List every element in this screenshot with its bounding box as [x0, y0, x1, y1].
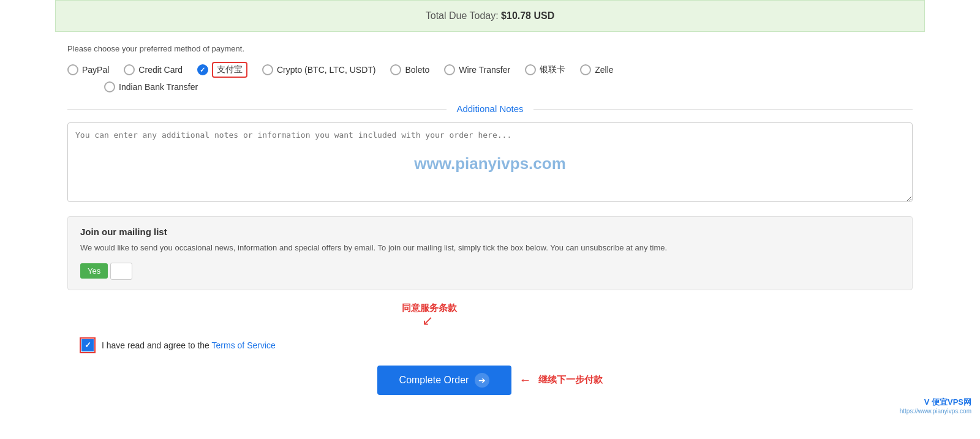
complete-left-arrow: ←: [519, 373, 531, 387]
payment-label-creditcard: Credit Card: [138, 65, 183, 75]
terms-text: I have read and agree to the Terms of Se…: [102, 340, 276, 350]
additional-notes-divider: Additional Notes: [67, 103, 913, 114]
terms-checkbox[interactable]: [81, 339, 94, 351]
complete-order-button[interactable]: Complete Order ➔: [377, 366, 512, 395]
payment-label-wiretransfer: Wire Transfer: [459, 65, 510, 75]
mailing-yes-button[interactable]: Yes: [80, 263, 108, 279]
radio-creditcard[interactable]: [124, 64, 135, 75]
mailing-title: Join our mailing list: [80, 227, 900, 237]
payment-label-paypal: PayPal: [82, 65, 109, 75]
payment-label-indianbank: Indian Bank Transfer: [119, 82, 198, 92]
radio-unionpay[interactable]: [525, 64, 536, 75]
logo-line1: V 便宜VPS网: [900, 397, 971, 403]
payment-label-crypto: Crypto (BTC, LTC, USDT): [277, 65, 376, 75]
payment-option-indianbank[interactable]: Indian Bank Transfer: [104, 81, 913, 92]
payment-option-boleto[interactable]: Boleto: [390, 64, 429, 75]
notes-container: www.pianyivps.com: [67, 122, 913, 204]
terms-checkbox-wrapper[interactable]: [80, 337, 96, 353]
mailing-list-box: Join our mailing list We would like to s…: [67, 216, 913, 290]
mailing-no-toggle[interactable]: [110, 263, 132, 280]
payment-option-paypal[interactable]: PayPal: [67, 64, 109, 75]
mailing-desc: We would like to send you occasional new…: [80, 242, 900, 254]
payment-option-alipay[interactable]: 支付宝: [197, 62, 247, 78]
payment-methods-container: PayPal Credit Card 支付宝 Crypto (BTC, LTC,…: [67, 62, 913, 78]
terms-annotation-label: 同意服务条款: [402, 302, 457, 314]
payment-label-alipay: 支付宝: [212, 62, 247, 78]
payment-label-zelle: Zelle: [595, 65, 613, 75]
radio-indianbank[interactable]: [104, 81, 115, 92]
total-amount: $10.78 USD: [501, 10, 554, 21]
notes-textarea[interactable]: [67, 122, 913, 202]
additional-notes-title: Additional Notes: [447, 103, 533, 114]
payment-option-unionpay[interactable]: 银联卡: [525, 64, 565, 75]
radio-zelle[interactable]: [580, 64, 591, 75]
total-bar: Total Due Today: $10.78 USD: [55, 0, 925, 32]
radio-wiretransfer[interactable]: [444, 64, 455, 75]
radio-alipay[interactable]: [197, 64, 208, 75]
payment-option-creditcard[interactable]: Credit Card: [124, 64, 183, 75]
payment-label-unionpay: 银联卡: [540, 64, 565, 75]
radio-boleto[interactable]: [390, 64, 401, 75]
total-label: Total Due Today:: [426, 10, 499, 21]
terms-row: I have read and agree to the Terms of Se…: [67, 337, 913, 353]
complete-order-arrow-icon: ➔: [475, 373, 489, 388]
radio-crypto[interactable]: [262, 64, 273, 75]
payment-prompt: Please choose your preferred method of p…: [67, 44, 913, 53]
payment-option-wiretransfer[interactable]: Wire Transfer: [444, 64, 510, 75]
complete-order-section: Complete Order ➔ ← 继续下一步付款: [67, 366, 913, 395]
terms-of-service-link[interactable]: Terms of Service: [212, 340, 276, 350]
bottom-logo: V 便宜VPS网 https://www.pianyivps.com: [900, 397, 971, 403]
complete-order-annotation: 继续下一步付款: [538, 374, 603, 386]
payment-option-zelle[interactable]: Zelle: [580, 64, 613, 75]
payment-option-crypto[interactable]: Crypto (BTC, LTC, USDT): [262, 64, 376, 75]
payment-label-boleto: Boleto: [405, 65, 429, 75]
radio-paypal[interactable]: [67, 64, 78, 75]
mailing-toggle-group: Yes: [80, 263, 900, 280]
